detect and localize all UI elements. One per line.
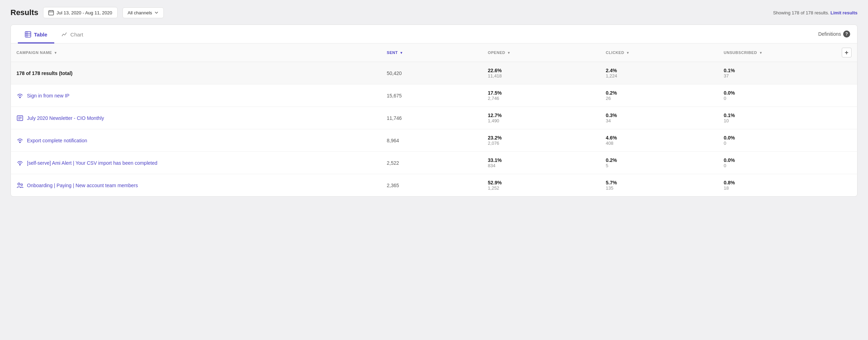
campaign-opened-0: 17.5% 2,746 <box>482 84 600 107</box>
table-row: Sign in from new IP 15,675 17.5% 2,746 0… <box>11 84 857 107</box>
campaign-unsub-4: 0.8% 18 <box>718 174 836 197</box>
definitions-label: Definitions <box>818 31 841 37</box>
table-row: Onboarding | Paying | New account team m… <box>11 174 857 197</box>
campaign-clicked-0: 0.2% 26 <box>600 84 718 107</box>
svg-point-15 <box>18 183 20 185</box>
wifi-icon <box>16 159 23 166</box>
help-icon: ? <box>843 30 850 38</box>
calendar-icon <box>48 10 54 15</box>
campaign-link-2[interactable]: Export complete notification <box>27 138 87 143</box>
wifi-icon <box>16 92 23 99</box>
tab-table[interactable]: Table <box>18 25 54 43</box>
channel-filter-button[interactable]: All channels <box>122 7 164 18</box>
col-header-unsubscribed[interactable]: UNSUBSCRIBED ▾ <box>718 43 836 62</box>
campaign-clicked-3: 0.2% 5 <box>600 152 718 174</box>
col-header-add: + <box>836 43 857 62</box>
wifi-icon <box>16 137 23 144</box>
col-header-opened[interactable]: OPENED ▾ <box>482 43 600 62</box>
total-unsub-pct: 0.1% <box>724 68 831 73</box>
unsub-sort-arrow: ▾ <box>760 51 762 55</box>
campaign-unsub-0: 0.0% 0 <box>718 84 836 107</box>
campaign-name-cell-4: Onboarding | Paying | New account team m… <box>11 174 381 197</box>
svg-point-14 <box>19 164 21 165</box>
total-sent-cell: 50,420 <box>381 62 482 84</box>
col-header-sent[interactable]: SENT ▾ <box>381 43 482 62</box>
table-row: July 2020 Newsletter - CIO Monthly 11,74… <box>11 107 857 129</box>
campaign-clicked-1: 0.3% 34 <box>600 107 718 129</box>
svg-rect-4 <box>25 32 31 37</box>
main-card: Table Chart Definitions ? <box>10 25 858 197</box>
clicked-sort-arrow: ▾ <box>627 51 629 55</box>
campaign-name-cell-3: [self-serve] Ami Alert | Your CSV import… <box>11 152 381 174</box>
total-sent: 50,420 <box>387 70 402 76</box>
header-row: Results Jul 13, 2020 - Aug 11, 2020 All … <box>10 7 858 18</box>
table-icon <box>25 31 31 38</box>
campaign-sent-4: 2,365 <box>381 174 482 197</box>
campaign-unsub-3: 0.0% 0 <box>718 152 836 174</box>
campaign-name-cell-2: Export complete notification <box>11 129 381 152</box>
total-label-cell: 178 of 178 results (total) <box>11 62 381 84</box>
total-clicked-cell: 2.4% 1,224 <box>600 62 718 84</box>
campaign-sent-0: 15,675 <box>381 84 482 107</box>
campaign-sent-2: 8,964 <box>381 129 482 152</box>
results-table-container: CAMPAIGN NAME ▾ SENT ▾ OPENED ▾ CLICKE <box>11 43 857 196</box>
total-opened-pct: 22.6% <box>488 68 595 73</box>
date-range-label: Jul 13, 2020 - Aug 11, 2020 <box>56 10 112 15</box>
chevron-down-icon <box>154 11 159 15</box>
table-row: Export complete notification 8,964 23.2%… <box>11 129 857 152</box>
header-right: Showing 178 of 178 results. Limit result… <box>773 10 858 15</box>
campaign-opened-4: 52.9% 1,252 <box>482 174 600 197</box>
campaign-sent-3: 2,522 <box>381 152 482 174</box>
opened-sort-arrow: ▾ <box>508 51 510 55</box>
date-filter-button[interactable]: Jul 13, 2020 - Aug 11, 2020 <box>43 7 117 18</box>
campaign-clicked-2: 4.6% 408 <box>600 129 718 152</box>
campaign-name-cell-0: Sign in from new IP <box>11 84 381 107</box>
chart-icon <box>61 31 68 38</box>
campaign-link-1[interactable]: July 2020 Newsletter - CIO Monthly <box>27 115 104 121</box>
campaign-opened-3: 33.1% 834 <box>482 152 600 174</box>
tabs-left: Table Chart <box>18 25 90 43</box>
total-row: 178 of 178 results (total) 50,420 22.6% … <box>11 62 857 84</box>
svg-rect-0 <box>49 11 54 15</box>
total-clicked-pct: 2.4% <box>606 68 713 73</box>
header-left: Results Jul 13, 2020 - Aug 11, 2020 All … <box>10 7 164 18</box>
tab-chart-label: Chart <box>70 32 83 38</box>
campaign-clicked-4: 5.7% 135 <box>600 174 718 197</box>
campaign-opened-2: 23.2% 2,076 <box>482 129 600 152</box>
total-label: 178 of 178 results (total) <box>16 70 72 76</box>
limit-results-link[interactable]: Limit results <box>831 10 858 15</box>
campaign-unsub-2: 0.0% 0 <box>718 129 836 152</box>
channel-filter-label: All channels <box>128 10 152 15</box>
campaign-sort-arrow: ▾ <box>55 51 57 55</box>
total-opened-cell: 22.6% 11,418 <box>482 62 600 84</box>
campaign-opened-1: 12.7% 1,490 <box>482 107 600 129</box>
col-header-clicked[interactable]: CLICKED ▾ <box>600 43 718 62</box>
campaign-unsub-1: 0.1% 10 <box>718 107 836 129</box>
sent-sort-arrow: ▾ <box>400 51 402 55</box>
tab-chart[interactable]: Chart <box>54 25 90 43</box>
campaign-sent-1: 11,746 <box>381 107 482 129</box>
campaign-name-cell-1: July 2020 Newsletter - CIO Monthly <box>11 107 381 129</box>
total-unsub-cell: 0.1% 37 <box>718 62 836 84</box>
tabs-row: Table Chart Definitions ? <box>11 25 857 43</box>
showing-text: Showing 178 of 178 results. <box>773 10 829 15</box>
col-header-campaign[interactable]: CAMPAIGN NAME ▾ <box>11 43 381 62</box>
total-opened-count: 11,418 <box>488 73 595 79</box>
page-title: Results <box>10 8 38 17</box>
results-table: CAMPAIGN NAME ▾ SENT ▾ OPENED ▾ CLICKE <box>11 43 857 196</box>
table-row: [self-serve] Ami Alert | Your CSV import… <box>11 152 857 174</box>
table-header-row: CAMPAIGN NAME ▾ SENT ▾ OPENED ▾ CLICKE <box>11 43 857 62</box>
svg-point-8 <box>19 97 21 98</box>
svg-point-16 <box>21 184 23 185</box>
newsletter-icon <box>16 115 23 122</box>
definitions-button[interactable]: Definitions ? <box>818 30 850 38</box>
add-column-button[interactable]: + <box>842 48 852 57</box>
total-unsub-count: 37 <box>724 73 831 79</box>
campaign-link-4[interactable]: Onboarding | Paying | New account team m… <box>27 183 138 188</box>
total-clicked-count: 1,224 <box>606 73 713 79</box>
tab-table-label: Table <box>34 32 47 38</box>
svg-point-13 <box>19 142 21 143</box>
campaign-link-3[interactable]: [self-serve] Ami Alert | Your CSV import… <box>27 160 157 166</box>
campaign-link-0[interactable]: Sign in from new IP <box>27 93 69 98</box>
onboarding-icon <box>16 182 23 189</box>
